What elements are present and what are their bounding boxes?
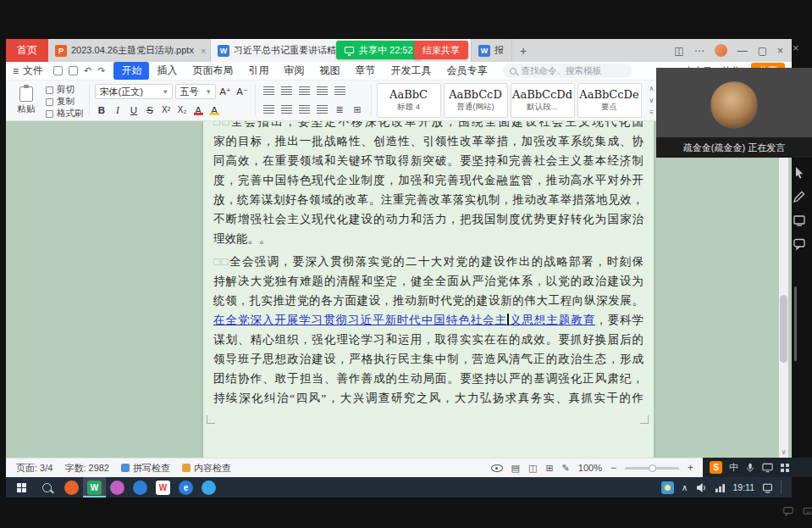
- meeting-panel-scrollbar[interactable]: [794, 286, 797, 361]
- vertical-scrollbar[interactable]: ∧ ∨: [779, 121, 788, 458]
- whiteboard-icon[interactable]: [793, 214, 806, 227]
- content-check-toggle[interactable]: 内容检查: [182, 462, 231, 475]
- hyperlink-text[interactable]: 义思想主题教育: [509, 314, 595, 326]
- start-button[interactable]: [9, 477, 33, 497]
- font-size-select[interactable]: 五号▾: [175, 84, 216, 99]
- close-tab-icon[interactable]: ×: [201, 46, 206, 56]
- tray-expand-icon[interactable]: ∧: [682, 482, 688, 492]
- scrollbar-thumb[interactable]: [780, 295, 787, 363]
- home-tab[interactable]: 首页: [6, 39, 48, 62]
- maximize-window-icon[interactable]: ▢: [758, 45, 767, 57]
- show-desktop-divider[interactable]: [781, 481, 782, 494]
- new-tab-button[interactable]: +: [512, 39, 534, 62]
- volume-icon[interactable]: [696, 482, 707, 493]
- underline-button[interactable]: U: [127, 103, 141, 117]
- save-icon[interactable]: [53, 66, 63, 75]
- menu-tab-页面布局[interactable]: 页面布局: [185, 62, 240, 80]
- indent-increase-icon[interactable]: [314, 84, 330, 98]
- edit-mode-icon[interactable]: ✎: [562, 463, 570, 474]
- gallery-down-icon[interactable]: ∨: [649, 97, 655, 104]
- redo-icon[interactable]: ↷: [97, 65, 105, 76]
- chat-bubble-icon[interactable]: [782, 505, 794, 517]
- pointer-tool-icon[interactable]: [793, 166, 806, 180]
- copy-button[interactable]: 复制: [46, 96, 84, 108]
- spell-check-toggle[interactable]: 拼写检查: [121, 462, 170, 475]
- gallery-menu-icon[interactable]: ≡: [649, 108, 654, 116]
- zoom-in-icon[interactable]: +: [688, 462, 693, 474]
- format-painter-button[interactable]: 格式刷: [46, 108, 84, 119]
- style-preset[interactable]: AaBbC标题 4: [377, 83, 441, 118]
- clock[interactable]: 19:11: [733, 482, 755, 492]
- end-share-button[interactable]: 结束共享: [414, 41, 468, 59]
- ime-indicator[interactable]: 中: [729, 461, 738, 474]
- cut-button[interactable]: 剪切: [46, 84, 84, 96]
- account-avatar[interactable]: [715, 44, 727, 57]
- line-spacing-icon[interactable]: ≣: [332, 103, 348, 117]
- command-search-input[interactable]: 查找命令、搜索模板: [503, 64, 632, 78]
- microphone-icon[interactable]: [745, 463, 755, 473]
- taskbar-app-messenger[interactable]: [197, 477, 220, 497]
- indent-decrease-icon[interactable]: [296, 84, 312, 98]
- subscript-button[interactable]: X₂: [175, 103, 190, 117]
- style-preset[interactable]: AaBbCcDd默认段...: [511, 83, 575, 118]
- numbered-list-icon[interactable]: [279, 84, 295, 98]
- decrease-font-icon[interactable]: A⁻: [235, 85, 250, 99]
- menu-tab-开发工具[interactable]: 开发工具: [383, 62, 439, 80]
- zoom-out-icon[interactable]: −: [610, 462, 616, 474]
- hyperlink-text[interactable]: 在全党深入开展学习贯彻习近平新时代中国特色社会主: [213, 314, 507, 326]
- gallery-up-icon[interactable]: ∧: [649, 85, 655, 92]
- bullet-list-icon[interactable]: [261, 84, 277, 98]
- multi-page-icon[interactable]: ⊞: [545, 463, 553, 474]
- grid-icon[interactable]: [780, 463, 790, 473]
- more-options-icon[interactable]: ⋯: [694, 45, 704, 57]
- taskbar-app-browser[interactable]: [60, 477, 83, 497]
- meeting-close-icon[interactable]: ×: [793, 42, 799, 54]
- zoom-slider-thumb[interactable]: [649, 464, 656, 472]
- menu-tab-插入[interactable]: 插入: [149, 62, 185, 80]
- taskbar-app-wps[interactable]: W: [83, 477, 106, 497]
- justify-icon[interactable]: [314, 103, 330, 117]
- strikethrough-button[interactable]: S: [143, 103, 157, 117]
- document-text[interactable]: □□全会指出，要坚定不移深化改革开放，围绕全面建设社会主义现代化国家的目标，推出…: [213, 121, 644, 409]
- menu-tab-开始[interactable]: 开始: [113, 62, 149, 80]
- menu-tab-引用[interactable]: 引用: [240, 62, 276, 80]
- highlight-color-button[interactable]: A: [207, 103, 222, 117]
- close-window-icon[interactable]: ×: [777, 45, 783, 57]
- taskbar-app-app-blue[interactable]: [129, 477, 152, 497]
- undo-icon[interactable]: ↶: [84, 65, 91, 76]
- bold-button[interactable]: B: [95, 103, 109, 117]
- scroll-down-icon[interactable]: ∨: [779, 448, 788, 456]
- eye-protect-icon[interactable]: [491, 464, 503, 472]
- minimize-window-icon[interactable]: —: [737, 45, 748, 57]
- paste-button[interactable]: 粘贴: [11, 83, 41, 118]
- monitor-icon[interactable]: [762, 463, 773, 473]
- read-mode-icon[interactable]: ▤: [511, 463, 520, 474]
- style-preset[interactable]: AaBbCcDe要点: [577, 83, 642, 118]
- taskbar-app-ie[interactable]: e: [174, 477, 197, 497]
- border-icon[interactable]: ⊞: [350, 103, 366, 117]
- taskbar-app-media[interactable]: [106, 477, 129, 497]
- align-right-icon[interactable]: [296, 103, 312, 117]
- superscript-button[interactable]: X²: [159, 103, 174, 117]
- align-left-icon[interactable]: [261, 103, 277, 117]
- menu-tab-视图[interactable]: 视图: [312, 62, 347, 80]
- weather-icon[interactable]: [661, 481, 674, 494]
- italic-button[interactable]: I: [111, 103, 125, 117]
- keyboard-icon[interactable]: [803, 505, 812, 517]
- print-icon[interactable]: [69, 66, 78, 75]
- page-layout-icon[interactable]: ◫: [528, 463, 537, 474]
- menu-tab-会员专享[interactable]: 会员专享: [439, 62, 494, 80]
- notification-icon[interactable]: [762, 482, 773, 493]
- taskbar-search-button[interactable]: [35, 477, 58, 497]
- style-preset[interactable]: AaBbCcD普通(网站): [444, 83, 508, 118]
- speaker-video-overlay[interactable]: 疏金金(疏金金) 正在发言: [656, 68, 812, 158]
- font-color-button[interactable]: A: [191, 103, 206, 117]
- sort-icon[interactable]: [332, 84, 348, 98]
- annotate-pen-icon[interactable]: [793, 190, 806, 203]
- layout-split-icon[interactable]: ◫: [674, 45, 683, 57]
- font-name-select[interactable]: 宋体(正文)▾: [95, 84, 173, 99]
- menu-tab-章节[interactable]: 章节: [347, 62, 383, 80]
- increase-font-icon[interactable]: A⁺: [218, 85, 233, 99]
- menu-tab-审阅[interactable]: 审阅: [276, 62, 312, 80]
- align-center-icon[interactable]: [279, 103, 295, 117]
